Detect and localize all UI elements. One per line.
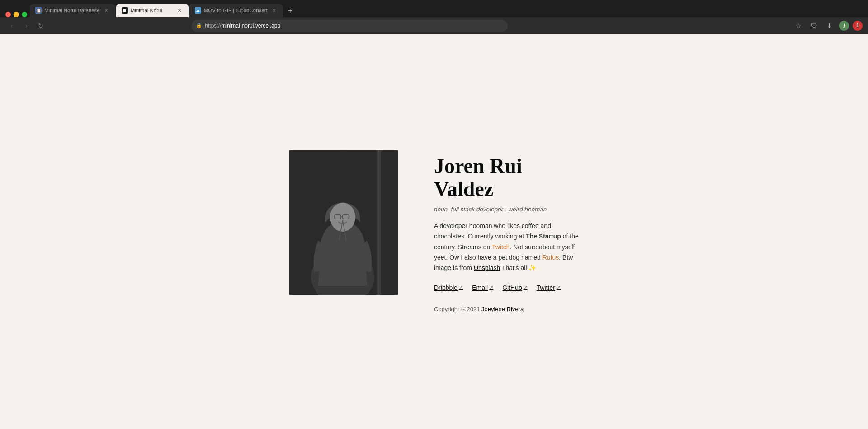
profile-image-container — [289, 150, 398, 295]
profile-icon[interactable]: J — [839, 21, 849, 31]
subtitle-desc: · full stack developer · weird hooman — [448, 206, 547, 213]
dribbble-link[interactable]: Dribbble ↗ — [434, 284, 463, 291]
back-button[interactable]: ‹ — [5, 19, 18, 32]
strikethrough-developer: developer — [439, 222, 467, 229]
tab-bar: 📋 Minimal Norui Database ✕ ◼ Minimal Nor… — [0, 0, 868, 17]
tab-2-favicon: ◼ — [122, 7, 128, 14]
twitter-external-icon: ↗ — [557, 284, 561, 290]
browser-chrome: 📋 Minimal Norui Database ✕ ◼ Minimal Nor… — [0, 0, 868, 34]
email-link[interactable]: Email ↗ — [472, 284, 493, 291]
svg-rect-7 — [378, 150, 379, 295]
tab-1-title: Minimal Norui Database — [44, 8, 100, 13]
content-wrapper: Joren Rui Valdez noun· full stack develo… — [271, 132, 597, 331]
address-bar[interactable]: 🔒 https://minimal-norui.vercel.app — [191, 20, 508, 32]
tab-3-close[interactable]: ✕ — [270, 7, 278, 14]
shield-icon[interactable]: 🛡 — [808, 20, 820, 32]
bookmark-icon[interactable]: ☆ — [793, 20, 805, 32]
new-tab-button[interactable]: + — [284, 5, 297, 17]
minimize-button[interactable] — [14, 12, 19, 17]
subtitle-noun: noun — [434, 206, 448, 213]
unsplash-link[interactable]: Unsplash — [474, 264, 500, 271]
copyright-author-link[interactable]: Joeylene Rivera — [481, 306, 524, 312]
the-startup-text: The Startup — [526, 233, 561, 240]
tab-3[interactable]: ☁ MOV to GIF | CloudConvert ✕ — [189, 4, 283, 17]
tab-2-close[interactable]: ✕ — [176, 7, 183, 14]
profile-name: Joren Rui Valdez — [434, 155, 579, 201]
dribbble-external-icon: ↗ — [459, 284, 463, 290]
profile-subtitle: noun· full stack developer · weird hooma… — [434, 206, 579, 213]
github-label: GitHub — [502, 284, 522, 291]
tab-3-favicon: ☁ — [195, 7, 201, 14]
twitter-link[interactable]: Twitter ↗ — [537, 284, 561, 291]
website-content: Joren Rui Valdez noun· full stack develo… — [0, 34, 868, 429]
profile-image — [289, 150, 398, 295]
dribbble-label: Dribbble — [434, 284, 458, 291]
twitter-label: Twitter — [537, 284, 555, 291]
forward-button[interactable]: › — [20, 19, 33, 32]
download-icon[interactable]: ⬇ — [824, 20, 835, 32]
tab-1-favicon: 📋 — [35, 7, 42, 14]
tab-1-close[interactable]: ✕ — [103, 7, 110, 14]
reload-button[interactable]: ↻ — [34, 19, 47, 32]
profile-description: A developer hooman who likes coffee and … — [434, 221, 579, 273]
browser-toolbar: ‹ › ↻ 🔒 https://minimal-norui.vercel.app… — [0, 17, 868, 34]
address-domain: minimal-norui.vercel.app — [221, 23, 280, 29]
traffic-lights — [4, 12, 29, 17]
profile-photo-svg — [289, 150, 398, 295]
tab-2-title: Minimal Norui — [131, 8, 173, 13]
github-external-icon: ↗ — [524, 284, 528, 290]
address-text: https://minimal-norui.vercel.app — [205, 23, 280, 29]
social-links: Dribbble ↗ Email ↗ GitHub ↗ Twitter ↗ — [434, 284, 579, 291]
profile-info: Joren Rui Valdez noun· full stack develo… — [434, 150, 579, 312]
rufus-link[interactable]: Rufus — [542, 254, 559, 261]
nav-buttons: ‹ › ↻ — [5, 19, 47, 32]
tab-2[interactable]: ◼ Minimal Norui ✕ — [116, 4, 189, 17]
notification-badge[interactable]: 1 — [853, 21, 863, 31]
toolbar-right: ☆ 🛡 ⬇ J 1 — [793, 20, 863, 32]
maximize-button[interactable] — [22, 12, 27, 17]
twitch-link[interactable]: Twitch — [492, 243, 510, 251]
copyright-text: Copyright © 2021 Joeylene Rivera — [434, 306, 579, 312]
address-protocol: https:// — [205, 23, 221, 29]
lock-icon: 🔒 — [196, 23, 202, 28]
close-button[interactable] — [5, 12, 11, 17]
email-external-icon: ↗ — [489, 284, 493, 290]
copyright-label: Copyright © 2021 — [434, 306, 481, 312]
tab-1[interactable]: 📋 Minimal Norui Database ✕ — [30, 4, 115, 17]
email-label: Email — [472, 284, 488, 291]
github-link[interactable]: GitHub ↗ — [502, 284, 528, 291]
tab-3-title: MOV to GIF | CloudConvert — [204, 8, 268, 13]
